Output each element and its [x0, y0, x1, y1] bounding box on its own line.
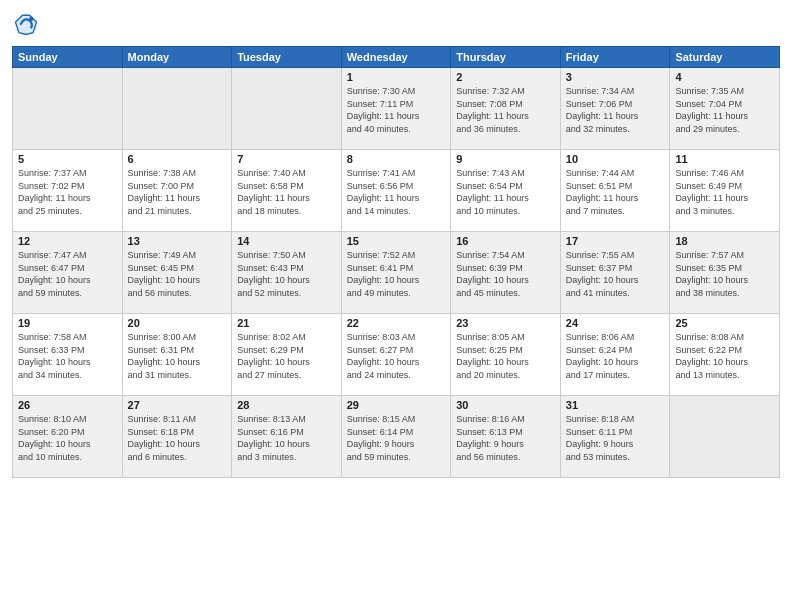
day-info: Sunrise: 7:40 AM Sunset: 6:58 PM Dayligh…	[237, 167, 336, 217]
day-number: 6	[128, 153, 227, 165]
calendar-day-cell: 23Sunrise: 8:05 AM Sunset: 6:25 PM Dayli…	[451, 314, 561, 396]
day-info: Sunrise: 8:06 AM Sunset: 6:24 PM Dayligh…	[566, 331, 665, 381]
calendar-day-cell: 25Sunrise: 8:08 AM Sunset: 6:22 PM Dayli…	[670, 314, 780, 396]
calendar-day-cell	[670, 396, 780, 478]
day-number: 23	[456, 317, 555, 329]
calendar-day-cell: 19Sunrise: 7:58 AM Sunset: 6:33 PM Dayli…	[13, 314, 123, 396]
calendar-day-header: Wednesday	[341, 47, 451, 68]
page-container: SundayMondayTuesdayWednesdayThursdayFrid…	[0, 0, 792, 488]
day-number: 31	[566, 399, 665, 411]
logo-icon	[12, 10, 40, 38]
day-number: 18	[675, 235, 774, 247]
day-info: Sunrise: 7:34 AM Sunset: 7:06 PM Dayligh…	[566, 85, 665, 135]
day-number: 7	[237, 153, 336, 165]
calendar-day-cell: 18Sunrise: 7:57 AM Sunset: 6:35 PM Dayli…	[670, 232, 780, 314]
calendar-day-cell: 31Sunrise: 8:18 AM Sunset: 6:11 PM Dayli…	[560, 396, 670, 478]
day-info: Sunrise: 8:00 AM Sunset: 6:31 PM Dayligh…	[128, 331, 227, 381]
day-info: Sunrise: 7:52 AM Sunset: 6:41 PM Dayligh…	[347, 249, 446, 299]
day-info: Sunrise: 7:37 AM Sunset: 7:02 PM Dayligh…	[18, 167, 117, 217]
day-number: 16	[456, 235, 555, 247]
calendar-day-header: Monday	[122, 47, 232, 68]
day-number: 4	[675, 71, 774, 83]
calendar-day-cell: 21Sunrise: 8:02 AM Sunset: 6:29 PM Dayli…	[232, 314, 342, 396]
calendar-day-cell: 30Sunrise: 8:16 AM Sunset: 6:13 PM Dayli…	[451, 396, 561, 478]
calendar-day-cell: 4Sunrise: 7:35 AM Sunset: 7:04 PM Daylig…	[670, 68, 780, 150]
day-info: Sunrise: 7:58 AM Sunset: 6:33 PM Dayligh…	[18, 331, 117, 381]
calendar-day-cell: 29Sunrise: 8:15 AM Sunset: 6:14 PM Dayli…	[341, 396, 451, 478]
calendar-day-cell: 5Sunrise: 7:37 AM Sunset: 7:02 PM Daylig…	[13, 150, 123, 232]
day-info: Sunrise: 8:10 AM Sunset: 6:20 PM Dayligh…	[18, 413, 117, 463]
day-number: 30	[456, 399, 555, 411]
day-info: Sunrise: 8:16 AM Sunset: 6:13 PM Dayligh…	[456, 413, 555, 463]
day-info: Sunrise: 8:05 AM Sunset: 6:25 PM Dayligh…	[456, 331, 555, 381]
day-info: Sunrise: 7:57 AM Sunset: 6:35 PM Dayligh…	[675, 249, 774, 299]
day-number: 29	[347, 399, 446, 411]
calendar-day-header: Tuesday	[232, 47, 342, 68]
day-number: 3	[566, 71, 665, 83]
day-number: 22	[347, 317, 446, 329]
calendar-table: SundayMondayTuesdayWednesdayThursdayFrid…	[12, 46, 780, 478]
day-number: 28	[237, 399, 336, 411]
calendar-day-cell: 3Sunrise: 7:34 AM Sunset: 7:06 PM Daylig…	[560, 68, 670, 150]
calendar-day-cell: 2Sunrise: 7:32 AM Sunset: 7:08 PM Daylig…	[451, 68, 561, 150]
calendar-day-cell: 6Sunrise: 7:38 AM Sunset: 7:00 PM Daylig…	[122, 150, 232, 232]
day-info: Sunrise: 7:49 AM Sunset: 6:45 PM Dayligh…	[128, 249, 227, 299]
calendar-day-cell: 17Sunrise: 7:55 AM Sunset: 6:37 PM Dayli…	[560, 232, 670, 314]
calendar-week-row: 5Sunrise: 7:37 AM Sunset: 7:02 PM Daylig…	[13, 150, 780, 232]
day-info: Sunrise: 7:55 AM Sunset: 6:37 PM Dayligh…	[566, 249, 665, 299]
day-number: 5	[18, 153, 117, 165]
day-info: Sunrise: 7:30 AM Sunset: 7:11 PM Dayligh…	[347, 85, 446, 135]
calendar-day-cell: 10Sunrise: 7:44 AM Sunset: 6:51 PM Dayli…	[560, 150, 670, 232]
calendar-day-cell: 28Sunrise: 8:13 AM Sunset: 6:16 PM Dayli…	[232, 396, 342, 478]
calendar-day-header: Thursday	[451, 47, 561, 68]
day-number: 17	[566, 235, 665, 247]
day-number: 27	[128, 399, 227, 411]
day-info: Sunrise: 7:43 AM Sunset: 6:54 PM Dayligh…	[456, 167, 555, 217]
calendar-week-row: 1Sunrise: 7:30 AM Sunset: 7:11 PM Daylig…	[13, 68, 780, 150]
day-number: 19	[18, 317, 117, 329]
day-info: Sunrise: 7:38 AM Sunset: 7:00 PM Dayligh…	[128, 167, 227, 217]
calendar-day-cell: 14Sunrise: 7:50 AM Sunset: 6:43 PM Dayli…	[232, 232, 342, 314]
day-number: 20	[128, 317, 227, 329]
day-info: Sunrise: 7:32 AM Sunset: 7:08 PM Dayligh…	[456, 85, 555, 135]
calendar-day-cell: 24Sunrise: 8:06 AM Sunset: 6:24 PM Dayli…	[560, 314, 670, 396]
day-info: Sunrise: 8:11 AM Sunset: 6:18 PM Dayligh…	[128, 413, 227, 463]
calendar-day-cell: 12Sunrise: 7:47 AM Sunset: 6:47 PM Dayli…	[13, 232, 123, 314]
day-info: Sunrise: 7:47 AM Sunset: 6:47 PM Dayligh…	[18, 249, 117, 299]
day-number: 26	[18, 399, 117, 411]
calendar-day-cell	[232, 68, 342, 150]
calendar-week-row: 19Sunrise: 7:58 AM Sunset: 6:33 PM Dayli…	[13, 314, 780, 396]
day-info: Sunrise: 7:35 AM Sunset: 7:04 PM Dayligh…	[675, 85, 774, 135]
calendar-header-row: SundayMondayTuesdayWednesdayThursdayFrid…	[13, 47, 780, 68]
calendar-day-cell: 8Sunrise: 7:41 AM Sunset: 6:56 PM Daylig…	[341, 150, 451, 232]
calendar-day-cell: 9Sunrise: 7:43 AM Sunset: 6:54 PM Daylig…	[451, 150, 561, 232]
calendar-week-row: 26Sunrise: 8:10 AM Sunset: 6:20 PM Dayli…	[13, 396, 780, 478]
day-info: Sunrise: 8:15 AM Sunset: 6:14 PM Dayligh…	[347, 413, 446, 463]
day-number: 14	[237, 235, 336, 247]
day-info: Sunrise: 7:54 AM Sunset: 6:39 PM Dayligh…	[456, 249, 555, 299]
day-number: 1	[347, 71, 446, 83]
svg-point-2	[29, 17, 33, 21]
day-number: 9	[456, 153, 555, 165]
calendar-day-cell	[122, 68, 232, 150]
calendar-day-cell: 7Sunrise: 7:40 AM Sunset: 6:58 PM Daylig…	[232, 150, 342, 232]
day-number: 15	[347, 235, 446, 247]
day-info: Sunrise: 7:41 AM Sunset: 6:56 PM Dayligh…	[347, 167, 446, 217]
calendar-day-cell: 26Sunrise: 8:10 AM Sunset: 6:20 PM Dayli…	[13, 396, 123, 478]
day-number: 12	[18, 235, 117, 247]
calendar-day-cell: 22Sunrise: 8:03 AM Sunset: 6:27 PM Dayli…	[341, 314, 451, 396]
day-info: Sunrise: 8:13 AM Sunset: 6:16 PM Dayligh…	[237, 413, 336, 463]
day-info: Sunrise: 8:08 AM Sunset: 6:22 PM Dayligh…	[675, 331, 774, 381]
day-number: 2	[456, 71, 555, 83]
day-number: 25	[675, 317, 774, 329]
calendar-day-cell	[13, 68, 123, 150]
day-info: Sunrise: 7:50 AM Sunset: 6:43 PM Dayligh…	[237, 249, 336, 299]
day-number: 10	[566, 153, 665, 165]
calendar-day-header: Sunday	[13, 47, 123, 68]
day-info: Sunrise: 7:46 AM Sunset: 6:49 PM Dayligh…	[675, 167, 774, 217]
logo	[12, 10, 44, 38]
calendar-week-row: 12Sunrise: 7:47 AM Sunset: 6:47 PM Dayli…	[13, 232, 780, 314]
day-info: Sunrise: 8:18 AM Sunset: 6:11 PM Dayligh…	[566, 413, 665, 463]
header	[12, 10, 780, 38]
calendar-day-cell: 27Sunrise: 8:11 AM Sunset: 6:18 PM Dayli…	[122, 396, 232, 478]
